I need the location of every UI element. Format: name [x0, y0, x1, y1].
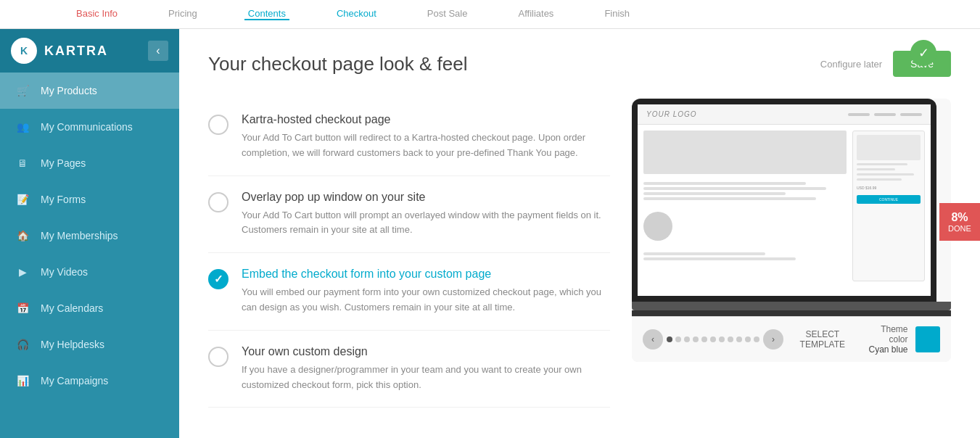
- content-area: ✓ Your checkout page look & feel Configu…: [179, 29, 980, 438]
- theme-color-swatch[interactable]: [915, 326, 940, 352]
- my-helpdesks-icon: 🎧: [15, 336, 30, 352]
- template-nav: ‹: [643, 329, 783, 350]
- screen-text-line-1: [643, 182, 806, 185]
- template-dot-6[interactable]: [710, 336, 716, 342]
- step-finish[interactable]: Finish: [601, 8, 633, 20]
- sidebar-item-my-helpdesks[interactable]: 🎧 My Helpdesks: [0, 326, 179, 363]
- laptop-screen-inner: YOUR LOGO: [638, 104, 931, 296]
- option-content-overlay: Overlay pop up window on your site Your …: [242, 191, 610, 239]
- sidebar-item-my-communications[interactable]: 👥 My Communications: [0, 109, 179, 145]
- logo-area: K KARTRA: [11, 38, 108, 64]
- my-communications-icon: 👥: [15, 119, 30, 135]
- sidebar-item-my-campaigns[interactable]: 📊 My Campaigns: [0, 363, 179, 399]
- template-next-button[interactable]: ›: [763, 329, 783, 350]
- my-campaigns-icon: 📊: [15, 373, 30, 389]
- option-title-custom: Your own custom design: [242, 345, 610, 358]
- my-calendars-icon: 📅: [15, 300, 30, 316]
- template-prev-button[interactable]: ‹: [643, 329, 663, 350]
- preview-column: YOUR LOGO: [632, 99, 951, 408]
- step-basic-info[interactable]: Basic Info: [73, 8, 121, 20]
- sidebar-item-my-videos[interactable]: ▶ My Videos: [0, 254, 179, 290]
- template-dot-11[interactable]: [754, 336, 759, 342]
- option-kartra-hosted: Kartra-hosted checkout page Your Add To …: [208, 99, 610, 176]
- template-dot-4[interactable]: [693, 336, 699, 342]
- my-pages-icon: 🖥: [15, 155, 30, 171]
- screen-nav: [848, 113, 922, 116]
- content-columns: Kartra-hosted checkout page Your Add To …: [208, 99, 951, 408]
- option-title-overlay: Overlay pop up window on your site: [242, 191, 610, 204]
- screen-hero-image: [643, 131, 847, 174]
- sidebar-item-label: My Communications: [41, 121, 133, 133]
- step-pricing[interactable]: Pricing: [165, 8, 201, 20]
- option-desc-kartra-hosted: Your Add To Cart button will redirect to…: [242, 131, 610, 161]
- screen-body: USD $16.99 CONTINUE: [638, 125, 931, 287]
- sidebar-item-my-products[interactable]: 🛒 My Products: [0, 73, 179, 109]
- progress-percent: 8%: [945, 210, 974, 224]
- option-desc-custom: If you have a designer/programmer in you…: [242, 363, 610, 393]
- template-dot-5[interactable]: [701, 336, 707, 342]
- radio-custom-design[interactable]: [208, 347, 228, 367]
- page-title-row: Your checkout page look & feel Configure…: [208, 51, 951, 77]
- nav-line-2: [874, 113, 896, 116]
- collapse-sidebar-button[interactable]: ‹: [148, 41, 168, 61]
- options-column: Kartra-hosted checkout page Your Add To …: [208, 99, 610, 408]
- step-contents[interactable]: Contents: [244, 8, 289, 20]
- step-checkout[interactable]: Checkout: [333, 8, 380, 20]
- radio-overlay-popup[interactable]: [208, 192, 228, 212]
- step-post-sale[interactable]: Post Sale: [424, 8, 472, 20]
- option-desc-embed: You will embed our payment form into you…: [242, 285, 610, 315]
- theme-color-name: Cyan blue: [862, 344, 908, 355]
- screen-header: YOUR LOGO: [638, 104, 931, 125]
- sidebar-item-my-pages[interactable]: 🖥 My Pages: [0, 145, 179, 181]
- progress-badge: 8% DONE: [939, 203, 980, 241]
- my-products-icon: 🛒: [15, 83, 30, 99]
- template-dot-9[interactable]: [736, 336, 742, 342]
- page-title: Your checkout page look & feel: [208, 53, 468, 75]
- laptop-mockup-area: YOUR LOGO: [632, 99, 951, 362]
- options-list: Kartra-hosted checkout page Your Add To …: [208, 99, 610, 408]
- configure-later-link[interactable]: Configure later: [820, 59, 882, 70]
- screen-text-block-2: [643, 249, 847, 264]
- sidebar-item-label: My Forms: [41, 194, 86, 205]
- theme-color-info: Theme color Cyan blue: [862, 324, 908, 355]
- option-custom-design: Your own custom design If you have a des…: [208, 331, 610, 408]
- laptop-bottom: [632, 310, 951, 316]
- screen-text-line-2: [643, 187, 826, 190]
- step-affiliates[interactable]: Affiliates: [514, 8, 557, 20]
- option-desc-overlay: Your Add To Cart button will prompt an o…: [242, 208, 610, 239]
- screen-text-line-6: [643, 257, 796, 260]
- my-videos-icon: ▶: [15, 264, 30, 280]
- screen-product-line-3: [857, 173, 914, 175]
- template-dot-2[interactable]: [675, 336, 681, 342]
- screen-product-line-2: [857, 168, 895, 170]
- template-dot-7[interactable]: [719, 336, 725, 342]
- radio-kartra-hosted[interactable]: [208, 115, 228, 135]
- theme-color-area: Theme color Cyan blue: [862, 324, 940, 355]
- sidebar: K KARTRA ‹ 🛒 My Products 👥 My Communicat…: [0, 29, 179, 438]
- template-dot-3[interactable]: [684, 336, 690, 342]
- sidebar-item-my-forms[interactable]: 📝 My Forms: [0, 181, 179, 218]
- sidebar-header: K KARTRA ‹: [0, 29, 179, 73]
- logo-icon: K: [11, 38, 37, 64]
- screen-text-line-5: [643, 252, 765, 255]
- template-dot-10[interactable]: [745, 336, 751, 342]
- sidebar-item-label: My Calendars: [41, 302, 103, 314]
- sidebar-item-label: My Campaigns: [41, 375, 108, 387]
- radio-embed-custom[interactable]: [208, 269, 228, 289]
- green-check-icon: ✓: [910, 40, 936, 66]
- template-dots: [667, 336, 759, 342]
- template-dot-8[interactable]: [728, 336, 733, 342]
- screen-logo: YOUR LOGO: [646, 110, 697, 118]
- sidebar-item-my-calendars[interactable]: 📅 My Calendars: [0, 290, 179, 326]
- screen-text-line-3: [643, 192, 786, 195]
- wizard-steps: Basic Info Pricing Contents Checkout Pos…: [73, 8, 633, 20]
- nav-line-1: [848, 113, 870, 116]
- nav-line-3: [900, 113, 922, 116]
- option-title-embed: Embed the checkout form into your custom…: [242, 268, 610, 281]
- laptop-base: [632, 302, 951, 310]
- screen-product-line-4: [857, 178, 902, 181]
- sidebar-item-my-memberships[interactable]: 🏠 My Memberships: [0, 218, 179, 254]
- sidebar-item-label: My Products: [41, 85, 97, 96]
- template-dot-1[interactable]: [667, 336, 672, 342]
- option-content-kartra-hosted: Kartra-hosted checkout page Your Add To …: [242, 113, 610, 161]
